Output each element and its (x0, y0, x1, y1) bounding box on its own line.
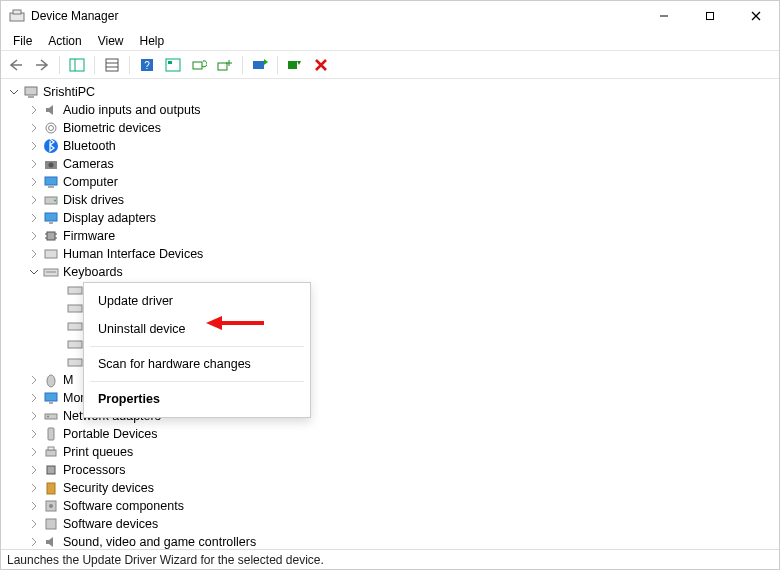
fingerprint-icon (43, 120, 59, 136)
chevron-right-icon[interactable] (27, 373, 41, 387)
back-button[interactable] (5, 54, 27, 76)
forward-button[interactable] (31, 54, 53, 76)
chevron-right-icon[interactable] (27, 121, 41, 135)
category-label: Software components (63, 497, 184, 515)
toolbar-separator (242, 56, 243, 74)
camera-icon (43, 156, 59, 172)
svg-rect-53 (47, 466, 55, 474)
printer-icon (43, 444, 59, 460)
software-device-icon (43, 516, 59, 532)
chevron-down-icon[interactable] (7, 85, 21, 99)
network-icon (43, 408, 59, 424)
tree-category-display-adapters[interactable]: Display adapters (27, 209, 779, 227)
minimize-button[interactable] (641, 1, 687, 31)
maximize-button[interactable] (687, 1, 733, 31)
chevron-right-icon[interactable] (27, 445, 41, 459)
device-manager-window: Device Manager File Action View Help ? (0, 0, 780, 570)
action-center-button[interactable] (162, 54, 184, 76)
chevron-down-icon[interactable] (27, 265, 41, 279)
menu-bar: File Action View Help (1, 31, 779, 51)
svg-point-56 (49, 504, 53, 508)
menu-action[interactable]: Action (40, 32, 89, 50)
computer-icon (23, 84, 39, 100)
scan-hardware-button[interactable] (188, 54, 210, 76)
svg-text:?: ? (144, 60, 150, 71)
tree-category-audio[interactable]: Audio inputs and outputs (27, 101, 779, 119)
monitor-icon (43, 210, 59, 226)
chevron-right-icon[interactable] (27, 409, 41, 423)
category-label: Portable Devices (63, 425, 158, 443)
add-legacy-button[interactable] (214, 54, 236, 76)
chevron-right-icon[interactable] (27, 427, 41, 441)
computer-icon (43, 174, 59, 190)
menu-view[interactable]: View (90, 32, 132, 50)
chevron-right-icon[interactable] (27, 157, 41, 171)
chevron-right-icon[interactable] (27, 517, 41, 531)
tree-category-disk-drives[interactable]: Disk drives (27, 191, 779, 209)
svg-rect-44 (68, 359, 82, 366)
ctx-update-driver[interactable]: Update driver (84, 287, 310, 315)
disable-device-button[interactable] (284, 54, 306, 76)
svg-rect-13 (166, 59, 180, 71)
chevron-right-icon[interactable] (27, 535, 41, 549)
svg-point-25 (49, 163, 54, 168)
root-label: SrishtiPC (43, 83, 95, 101)
chevron-right-icon[interactable] (27, 499, 41, 513)
chevron-right-icon[interactable] (27, 463, 41, 477)
close-button[interactable] (733, 1, 779, 31)
tree-category-software-devices[interactable]: Software devices (27, 515, 779, 533)
chevron-right-icon[interactable] (27, 391, 41, 405)
svg-rect-51 (46, 450, 56, 456)
tree-category-sound[interactable]: Sound, video and game controllers (27, 533, 779, 549)
tree-category-keyboards[interactable]: Keyboards (27, 263, 779, 281)
properties-button[interactable] (101, 54, 123, 76)
svg-rect-19 (25, 87, 37, 95)
ctx-properties[interactable]: Properties (84, 385, 310, 413)
update-driver-button[interactable] (249, 54, 271, 76)
ctx-uninstall-device[interactable]: Uninstall device (84, 315, 310, 343)
help-button[interactable]: ? (136, 54, 158, 76)
svg-rect-20 (28, 96, 34, 98)
menu-help[interactable]: Help (132, 32, 173, 50)
svg-rect-14 (168, 61, 172, 64)
uninstall-device-button[interactable] (310, 54, 332, 76)
chevron-right-icon[interactable] (27, 139, 41, 153)
tree-category-computer[interactable]: Computer (27, 173, 779, 191)
toolbar: ? (1, 51, 779, 79)
chevron-right-icon[interactable] (27, 175, 41, 189)
tree-category-portable[interactable]: Portable Devices (27, 425, 779, 443)
mouse-icon (43, 372, 59, 388)
tree-category-processors[interactable]: Processors (27, 461, 779, 479)
chevron-right-icon[interactable] (27, 193, 41, 207)
toolbar-separator (94, 56, 95, 74)
tree-category-hid[interactable]: Human Interface Devices (27, 245, 779, 263)
disk-icon (43, 192, 59, 208)
status-bar: Launches the Update Driver Wizard for th… (1, 549, 779, 569)
menu-file[interactable]: File (5, 32, 40, 50)
category-label: Biometric devices (63, 119, 161, 137)
tree-category-software-components[interactable]: Software components (27, 497, 779, 515)
tree-category-print[interactable]: Print queues (27, 443, 779, 461)
tree-category-bluetooth[interactable]: Bluetooth (27, 137, 779, 155)
tree-category-biometric[interactable]: Biometric devices (27, 119, 779, 137)
chevron-right-icon[interactable] (27, 229, 41, 243)
tree-category-firmware[interactable]: Firmware (27, 227, 779, 245)
category-label: Human Interface Devices (63, 245, 203, 263)
tree-root-row[interactable]: SrishtiPC (7, 83, 779, 101)
svg-rect-54 (47, 483, 55, 494)
chevron-right-icon[interactable] (27, 211, 41, 225)
keyboard-icon (43, 264, 59, 280)
show-hide-tree-button[interactable] (66, 54, 88, 76)
context-menu: Update driver Uninstall device Scan for … (83, 282, 311, 418)
keyboard-icon (67, 336, 83, 352)
monitor-icon (43, 390, 59, 406)
tree-category-security[interactable]: Security devices (27, 479, 779, 497)
tree-category-cameras[interactable]: Cameras (27, 155, 779, 173)
svg-rect-30 (45, 213, 57, 221)
category-label: Processors (63, 461, 126, 479)
chevron-right-icon[interactable] (27, 481, 41, 495)
chevron-right-icon[interactable] (27, 247, 41, 261)
ctx-scan-hardware[interactable]: Scan for hardware changes (84, 350, 310, 378)
chevron-right-icon[interactable] (27, 103, 41, 117)
svg-rect-18 (288, 61, 297, 69)
